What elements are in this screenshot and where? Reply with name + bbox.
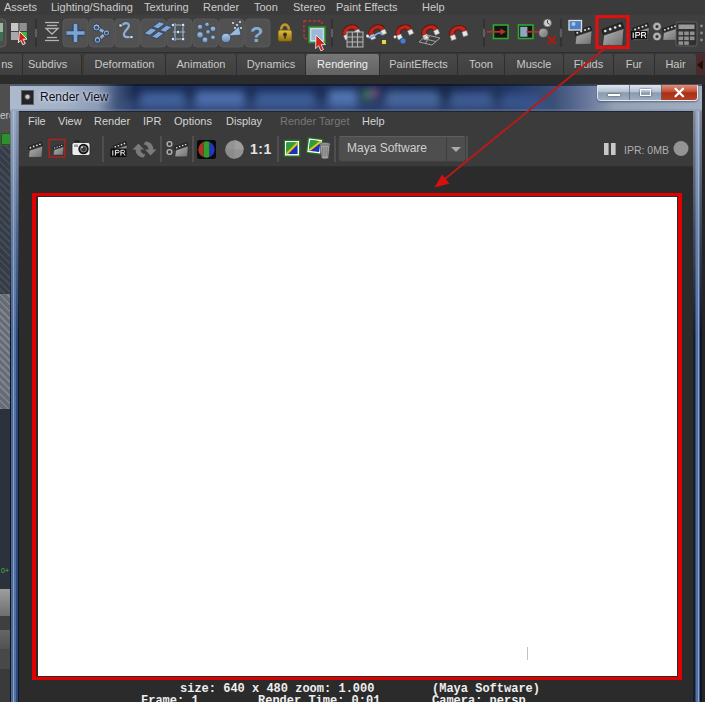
- svg-text:?: ?: [250, 22, 263, 47]
